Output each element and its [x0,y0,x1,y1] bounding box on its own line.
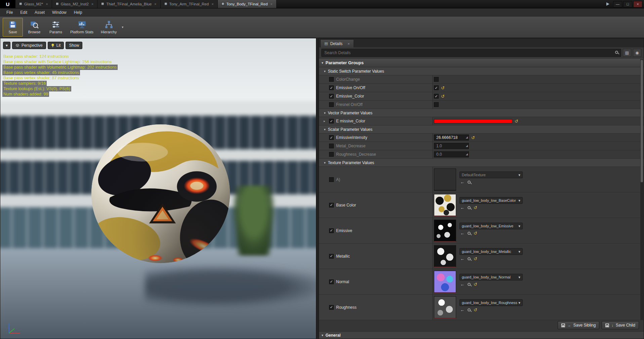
close-button[interactable]: × [633,1,642,7]
use-selected-asset-icon[interactable]: ← [460,257,465,261]
normal-override-checkbox[interactable]: ✓ [329,279,334,284]
drag-grip-icon[interactable]: ◢ [466,136,468,139]
details-tab-close-icon[interactable]: × [348,42,350,46]
save-child-button[interactable]: ↓ Save Child [602,321,639,329]
colorchange-override-checkbox[interactable] [329,77,334,82]
metal-decrease-input[interactable] [434,143,469,149]
perspective-button[interactable]: Perspective [12,42,46,49]
reset-to-default-icon[interactable]: ↺ [474,308,477,312]
drag-grip-icon[interactable]: ◢ [466,145,468,147]
texture-thumbnail[interactable] [434,296,456,318]
texture-select-dropdown[interactable]: guard_low_body_low_BaseColor ▾ [459,197,523,204]
reset-to-default-icon[interactable]: ↺ [474,282,477,287]
panel-splitter[interactable] [316,38,319,339]
roughness-override-checkbox[interactable]: ✓ [329,305,334,310]
emissive-color-value-checkbox[interactable]: ✓ [434,94,439,99]
texture-thumbnail[interactable] [434,220,456,242]
reset-to-default-icon[interactable]: ↺ [474,231,477,235]
viewport-options-button[interactable]: ▾ [3,42,10,49]
hierarchy-button[interactable]: Hierarchy [98,18,120,37]
color-swatch[interactable] [434,119,512,123]
texture-select-dropdown[interactable]: guard_low_body_low_Roughness ▾ [459,299,523,306]
texture-thumbnail[interactable] [434,168,456,191]
emissive-onoff-override-checkbox[interactable]: ✓ [329,85,334,90]
emissiveintensity-input[interactable] [434,135,469,141]
reset-to-default-icon[interactable]: ↺ [515,119,518,123]
base-color-override-checkbox[interactable]: ✓ [329,203,334,208]
browse-button[interactable]: Browse [24,18,44,37]
lit-button[interactable]: Lit [48,42,64,49]
use-selected-asset-icon[interactable]: ← [460,282,465,287]
texture-select-dropdown[interactable]: guard_low_body_low_Emissive ▾ [459,223,523,229]
menu-file[interactable]: File [3,10,16,15]
roughness-decrease-override-checkbox[interactable] [329,152,334,157]
section-general[interactable]: ▾ General [319,331,644,339]
platform-stats-button[interactable]: Platform Stats [67,18,96,37]
browse-to-asset-icon[interactable] [468,232,471,235]
fresnel-value-checkbox[interactable] [434,102,439,107]
tab-close-icon[interactable]: × [211,2,213,6]
tab-close-icon[interactable]: × [91,2,93,6]
menu-edit[interactable]: Edit [16,10,31,15]
tab-tony-arm-tfinal-red[interactable]: Tony_Arm_TFinal_Red × [161,0,218,8]
tab-close-icon[interactable]: × [46,2,48,6]
use-selected-asset-icon[interactable]: ← [460,205,465,210]
parameter-groups-header[interactable]: ▾ Parameter Groups [319,59,644,67]
minimize-button[interactable]: — [613,1,622,7]
browse-to-asset-icon[interactable] [468,206,471,209]
tab-thief-tfinal-amelia-blue[interactable]: Thief_TFinal_Amelia_Blue × [97,0,160,8]
roughness-decrease-input[interactable] [434,151,469,157]
expander-icon[interactable]: ▸ [324,119,327,123]
section-static-switch[interactable]: ▾ Static Switch Parameter Values [319,67,644,75]
use-selected-asset-icon[interactable]: ← [460,308,465,312]
texture-thumbnail[interactable] [434,194,456,216]
reset-to-default-icon[interactable]: ↺ [474,257,477,261]
browse-to-asset-icon[interactable] [468,181,471,184]
tab-glass-m2[interactable]: Glass_M2* × [15,0,52,8]
save-button[interactable]: Save [3,18,23,37]
column-view-button[interactable]: ▤ [623,49,631,57]
browse-to-asset-icon[interactable] [468,257,471,260]
save-sibling-button[interactable]: → Save Sibling [558,321,600,329]
use-selected-asset-icon[interactable]: ← [460,231,465,235]
hierarchy-dropdown-icon[interactable]: ▾ [120,25,125,29]
metal-decrease-override-checkbox[interactable] [329,144,334,148]
metallic-override-checkbox[interactable]: ✓ [329,254,334,259]
preview-viewport[interactable]: ▾ Perspective Lit Show Base pass shader:… [0,38,316,339]
texture-a-override-checkbox[interactable] [329,177,334,182]
params-button[interactable]: Params [46,18,66,37]
reset-to-default-icon[interactable]: ↺ [441,86,445,90]
menu-help[interactable]: Help [70,10,86,15]
browse-to-asset-icon[interactable] [468,283,471,286]
material-preview-sphere[interactable] [88,121,233,266]
colorchange-value-checkbox[interactable] [434,77,439,82]
fresnel-override-checkbox[interactable] [329,102,334,107]
maximize-button[interactable]: □ [623,1,632,7]
tab-close-icon[interactable]: × [154,2,156,6]
texture-thumbnail[interactable] [434,245,456,267]
reset-to-default-icon[interactable]: ↺ [471,136,475,140]
reset-to-default-icon[interactable]: ↺ [474,205,477,210]
emissiveintensity-override-checkbox[interactable]: ✓ [329,135,334,140]
tab-glass-m2-inst2[interactable]: Glass_M2_Inst2 × [52,0,98,8]
emissive-color-override-checkbox[interactable]: ✓ [329,94,334,99]
tab-tony-body-tfinal-red[interactable]: Tony_Body_TFinal_Red × [218,0,277,8]
tab-close-icon[interactable]: × [270,2,272,6]
texture-select-dropdown[interactable]: DefaultTexture ▾ [459,172,523,178]
menu-asset[interactable]: Asset [31,10,48,15]
details-scrollbar[interactable] [640,59,643,320]
scrollbar-thumb[interactable] [641,60,643,182]
emissive-onoff-value-checkbox[interactable]: ✓ [434,85,439,90]
feedback-icon[interactable] [606,2,609,6]
menu-window[interactable]: Window [48,10,70,15]
drag-grip-icon[interactable]: ◢ [466,153,468,156]
reset-to-default-icon[interactable]: ↺ [441,94,445,99]
search-input[interactable] [321,49,621,57]
section-scalar[interactable]: ▾ Scalar Parameter Values [319,125,644,134]
texture-thumbnail[interactable] [434,271,456,293]
details-tab[interactable]: ▤ Details × [320,39,354,47]
texture-select-dropdown[interactable]: guard_low_body_low_Metallic ▾ [459,248,523,255]
emissive-override-checkbox[interactable]: ✓ [329,228,334,233]
section-texture[interactable]: ▾ Texture Parameter Values [319,159,644,167]
show-button[interactable]: Show [66,42,82,49]
